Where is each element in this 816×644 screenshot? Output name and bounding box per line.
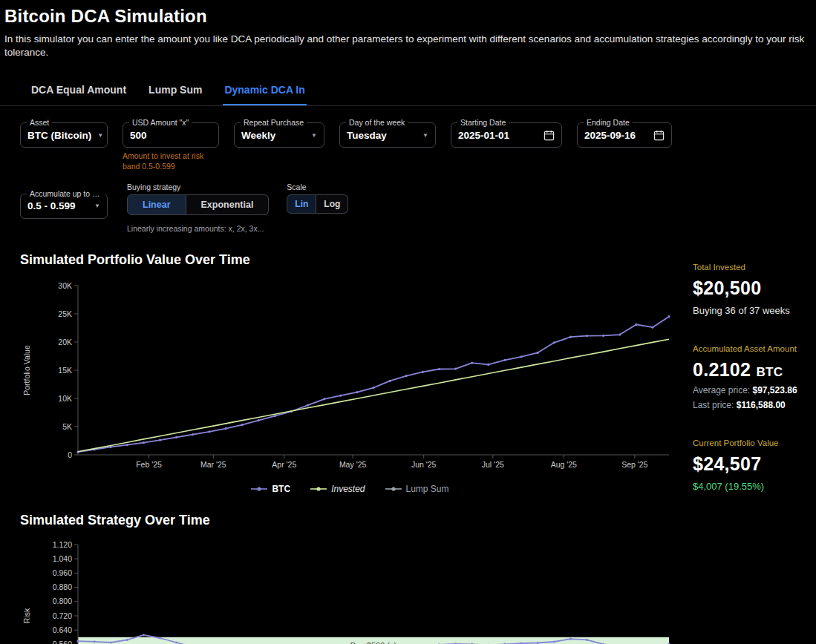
average-price-value: $97,523.86 bbox=[753, 385, 797, 395]
svg-text:May '25: May '25 bbox=[339, 460, 367, 469]
tab-bar: DCA Equal Amount Lump Sum Dynamic DCA In bbox=[0, 76, 816, 106]
starting-date-label: Starting Date bbox=[457, 118, 509, 127]
accumulated-unit: BTC bbox=[757, 365, 783, 379]
accumulated-asset-group: Accumulated Asset Amount 0.2102 BTC Aver… bbox=[693, 344, 810, 410]
svg-text:0.800: 0.800 bbox=[53, 597, 72, 605]
risk-band-value: 0.5 - 0.599 bbox=[27, 200, 88, 211]
form-row-1: Asset BTC (Bitcoin) ▼ USD Amount "x" Amo… bbox=[20, 122, 816, 171]
svg-text:Buy $500 (x): Buy $500 (x) bbox=[350, 640, 396, 644]
chevron-down-icon: ▼ bbox=[94, 203, 100, 209]
svg-text:1.040: 1.040 bbox=[53, 553, 72, 562]
legend-line-icon bbox=[250, 485, 268, 493]
chevron-down-icon: ▼ bbox=[422, 132, 428, 139]
starting-date-value: 2025-01-01 bbox=[458, 130, 538, 141]
day-of-week-value: Tuesday bbox=[347, 130, 417, 141]
legend-line-icon bbox=[385, 485, 402, 493]
svg-text:Jun '25: Jun '25 bbox=[411, 460, 437, 469]
risk-band-label: Accumulate up to risk... bbox=[27, 189, 105, 198]
accumulated-asset-value: 0.2102 BTC bbox=[693, 359, 810, 381]
day-of-week-select[interactable]: Day of the week Tuesday ▼ bbox=[339, 122, 436, 148]
ending-date-field[interactable]: Ending Date 2025-09-16 bbox=[577, 122, 672, 148]
starting-date-field[interactable]: Starting Date 2025-01-01 bbox=[451, 122, 562, 148]
legend-item-invested[interactable]: Invested bbox=[310, 484, 365, 494]
svg-text:Feb '25: Feb '25 bbox=[136, 460, 162, 469]
scale-toggle: Lin Log bbox=[287, 194, 348, 214]
legend-item-lump-sum[interactable]: Lump Sum bbox=[385, 484, 449, 494]
tab-lump-sum[interactable]: Lump Sum bbox=[147, 76, 203, 105]
buying-strategy-helper: Linearly increasing amounts: x, 2x, 3x..… bbox=[127, 224, 269, 233]
current-portfolio-group: Current Portfolio Value $24,507 $4,007 (… bbox=[693, 438, 810, 492]
average-price-line: Average price: $97,523.86 bbox=[693, 385, 810, 395]
svg-text:Aug '25: Aug '25 bbox=[551, 460, 577, 469]
page-title: Bitcoin DCA Simulation bbox=[4, 6, 809, 27]
last-price-value: $116,588.00 bbox=[737, 400, 786, 410]
asset-select[interactable]: Asset BTC (Bitcoin) ▼ bbox=[20, 122, 108, 148]
svg-text:1.120: 1.120 bbox=[53, 539, 72, 548]
tab-dca-equal-amount[interactable]: DCA Equal Amount bbox=[30, 76, 128, 105]
buying-strategy-toggle: Linear Exponential bbox=[127, 194, 269, 215]
total-invested-sub: Buying 36 of 37 weeks bbox=[693, 305, 810, 316]
svg-text:0.640: 0.640 bbox=[53, 625, 72, 634]
form-row-2: Accumulate up to risk... 0.5 - 0.599 ▼ B… bbox=[20, 183, 816, 233]
scale-log-button[interactable]: Log bbox=[316, 194, 348, 214]
usd-amount-label: USD Amount "x" bbox=[129, 118, 192, 127]
page-subtitle: In this simulator you can enter the amou… bbox=[4, 33, 809, 59]
accumulated-asset-label: Accumulated Asset Amount bbox=[693, 344, 810, 353]
asset-label: Asset bbox=[27, 118, 52, 127]
calendar-icon[interactable] bbox=[653, 130, 665, 141]
svg-text:25K: 25K bbox=[58, 309, 72, 318]
svg-text:5K: 5K bbox=[62, 421, 72, 430]
usd-amount-field[interactable]: USD Amount "x" bbox=[123, 122, 219, 148]
accumulated-amount: 0.2102 bbox=[693, 359, 751, 380]
legend-line-icon bbox=[310, 485, 327, 493]
portfolio-chart: 05K10K15K20K25K30KFeb '25Mar '25Apr '25M… bbox=[20, 278, 679, 480]
calendar-icon[interactable] bbox=[544, 130, 555, 141]
risk-band-select[interactable]: Accumulate up to risk... 0.5 - 0.599 ▼ bbox=[20, 194, 108, 219]
svg-text:15K: 15K bbox=[58, 365, 72, 374]
ending-date-label: Ending Date bbox=[584, 118, 633, 127]
legend-item-btc[interactable]: BTC bbox=[250, 484, 290, 494]
svg-text:0.560: 0.560 bbox=[53, 640, 72, 644]
svg-text:0.720: 0.720 bbox=[53, 611, 72, 620]
svg-text:Portfolio Value: Portfolio Value bbox=[22, 345, 31, 395]
portfolio-gain: $4,007 (19.55%) bbox=[693, 481, 810, 492]
svg-text:Sep '25: Sep '25 bbox=[621, 460, 647, 469]
strategy-section-title: Simulated Strategy Over Time bbox=[20, 513, 679, 528]
total-invested-group: Total Invested $20,500 Buying 36 of 37 w… bbox=[693, 263, 810, 316]
svg-text:Apr '25: Apr '25 bbox=[272, 460, 296, 469]
strategy-linear-button[interactable]: Linear bbox=[127, 194, 186, 215]
usd-amount-helper: Amount to invest at risk band 0.5-0.599 bbox=[123, 151, 219, 171]
svg-text:Mar '25: Mar '25 bbox=[200, 460, 226, 469]
tab-dynamic-dca-in[interactable]: Dynamic DCA In bbox=[223, 76, 306, 105]
portfolio-section-title: Simulated Portfolio Value Over Time bbox=[20, 252, 679, 268]
repeat-purchase-value: Weekly bbox=[241, 130, 305, 141]
svg-text:0.880: 0.880 bbox=[53, 582, 72, 591]
chevron-down-icon: ▼ bbox=[97, 132, 103, 139]
day-of-week-label: Day of the week bbox=[346, 118, 408, 127]
strategy-chart-svg: 0.3200.4000.4800.5600.6400.7200.8000.880… bbox=[20, 539, 679, 644]
average-price-label: Average price: bbox=[693, 385, 750, 395]
portfolio-chart-svg: 05K10K15K20K25K30KFeb '25Mar '25Apr '25M… bbox=[20, 278, 679, 477]
svg-text:Jul '25: Jul '25 bbox=[482, 460, 504, 469]
svg-text:0.960: 0.960 bbox=[53, 568, 72, 577]
repeat-purchase-label: Repeat Purchase bbox=[241, 118, 307, 127]
buying-strategy-label: Buying strategy bbox=[127, 183, 269, 191]
current-portfolio-value: $24,507 bbox=[693, 453, 810, 475]
chart-legend: BTCInvestedLump Sum bbox=[20, 482, 679, 496]
strategy-chart: 0.3200.4000.4800.5600.6400.7200.8000.880… bbox=[20, 539, 679, 644]
last-price-label: Last price: bbox=[693, 400, 734, 410]
total-invested-label: Total Invested bbox=[693, 263, 810, 272]
main-content: Simulated Portfolio Value Over Time 05K1… bbox=[0, 252, 816, 644]
repeat-purchase-select[interactable]: Repeat Purchase Weekly ▼ bbox=[234, 122, 324, 148]
simulation-form: Asset BTC (Bitcoin) ▼ USD Amount "x" Amo… bbox=[0, 106, 816, 232]
chevron-down-icon: ▼ bbox=[311, 132, 317, 139]
svg-text:0: 0 bbox=[68, 450, 72, 459]
usd-amount-input[interactable] bbox=[130, 130, 212, 141]
scale-label: Scale bbox=[287, 183, 348, 191]
asset-value: BTC (Bitcoin) bbox=[27, 130, 91, 141]
charts-column: Simulated Portfolio Value Over Time 05K1… bbox=[20, 252, 679, 644]
scale-lin-button[interactable]: Lin bbox=[287, 194, 316, 214]
last-price-line: Last price: $116,588.00 bbox=[693, 400, 810, 410]
ending-date-value: 2025-09-16 bbox=[584, 130, 647, 141]
strategy-exponential-button[interactable]: Exponential bbox=[186, 194, 270, 215]
